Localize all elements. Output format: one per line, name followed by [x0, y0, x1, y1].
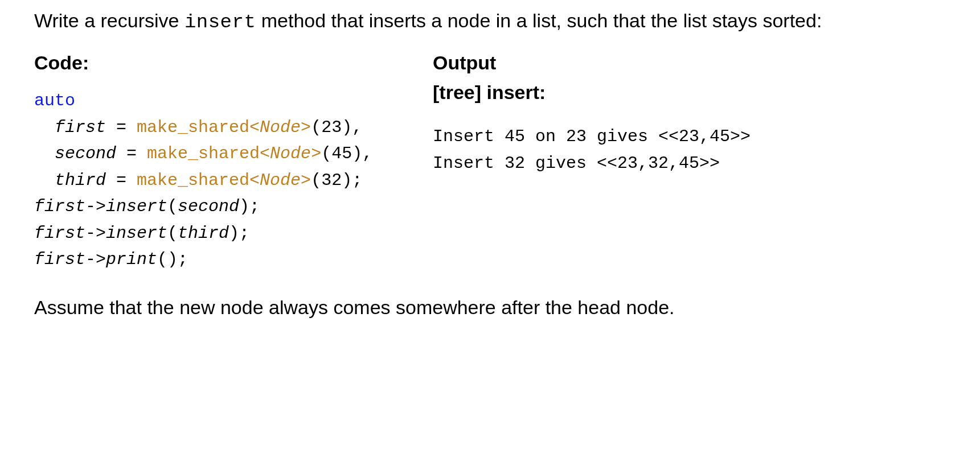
- keyword-auto: auto: [34, 91, 75, 110]
- arg-third: (32);: [311, 171, 362, 190]
- l5-arrow: ->: [85, 197, 106, 216]
- output-heading-line2: [tree] insert:: [433, 77, 946, 108]
- arg-second: (45),: [321, 144, 372, 163]
- ms-post-3: >: [301, 171, 311, 190]
- l6-arrow: ->: [85, 224, 106, 243]
- l6-third: third: [178, 224, 229, 243]
- output-line-2: Insert 32 gives <<23,32,45>>: [433, 154, 720, 173]
- output-column: Output [tree] insert: Insert 45 on 23 gi…: [433, 48, 946, 176]
- intro-code-word: insert: [184, 11, 256, 33]
- l5-first: first: [34, 197, 85, 216]
- output-block: Insert 45 on 23 gives <<23,45>> Insert 3…: [433, 123, 946, 176]
- l6-open: (: [167, 224, 178, 243]
- tparam-1: Node: [260, 118, 301, 137]
- tparam-3: Node: [260, 171, 301, 190]
- call-make-shared-2: make_shared<Node>: [147, 144, 321, 163]
- code-heading: Code:: [34, 48, 399, 78]
- l7-first: first: [34, 250, 85, 269]
- ms-post-2: >: [311, 144, 321, 163]
- l6-close: );: [229, 224, 249, 243]
- l7-arrow: ->: [85, 250, 106, 269]
- eq1: =: [106, 118, 137, 137]
- tparam-2: Node: [270, 144, 311, 163]
- ms-pre-3: make_shared<: [137, 171, 260, 190]
- ms-pre-1: make_shared<: [137, 118, 260, 137]
- l7-rest: ();: [157, 250, 188, 269]
- eq2: =: [116, 144, 147, 163]
- l7-print: print: [106, 250, 157, 269]
- intro-paragraph: Write a recursive insert method that ins…: [34, 6, 946, 38]
- intro-text-2: method that inserts a node in a list, su…: [256, 10, 822, 31]
- l5-second: second: [178, 197, 239, 216]
- two-column-layout: Code: auto first = make_shared<Node>(23)…: [34, 48, 946, 273]
- ident-second: second: [55, 144, 116, 163]
- eq3: =: [106, 171, 137, 190]
- ms-pre-2: make_shared<: [147, 144, 270, 163]
- call-make-shared-3: make_shared<Node>: [137, 171, 311, 190]
- footer-paragraph: Assume that the new node always comes so…: [34, 292, 946, 323]
- l5-close: );: [239, 197, 260, 216]
- l6-insert: insert: [106, 224, 167, 243]
- l5-open: (: [167, 197, 178, 216]
- ident-first: first: [55, 118, 106, 137]
- l6-first: first: [34, 224, 85, 243]
- l5-insert: insert: [106, 197, 167, 216]
- code-block: auto first = make_shared<Node>(23), seco…: [34, 88, 399, 273]
- output-line-1: Insert 45 on 23 gives <<23,45>>: [433, 127, 751, 146]
- intro-text-1: Write a recursive: [34, 10, 184, 31]
- code-column: Code: auto first = make_shared<Node>(23)…: [34, 48, 399, 273]
- arg-first: (23),: [311, 118, 362, 137]
- ident-third: third: [55, 171, 106, 190]
- ms-post-1: >: [301, 118, 311, 137]
- call-make-shared-1: make_shared<Node>: [137, 118, 311, 137]
- output-heading-line1: Output: [433, 48, 946, 78]
